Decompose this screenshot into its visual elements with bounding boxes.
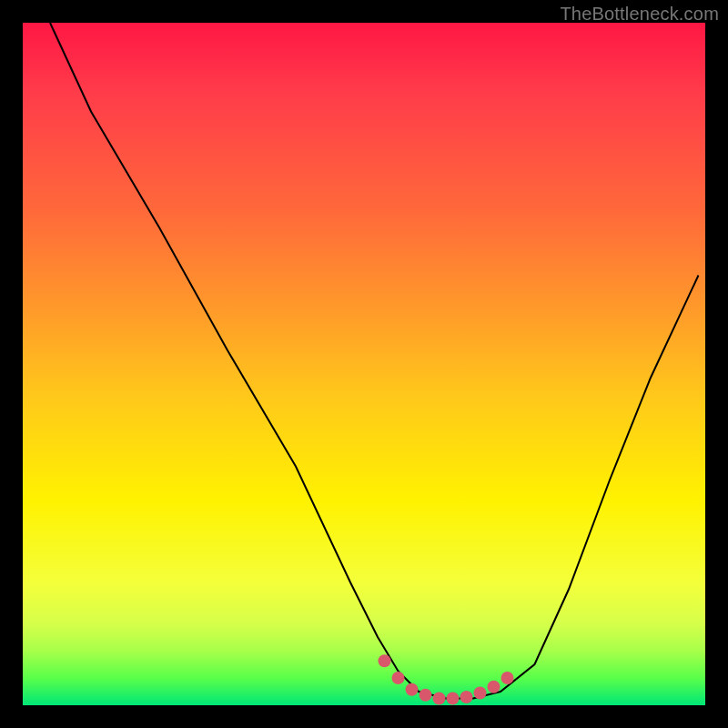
chart-overlay xyxy=(23,23,705,705)
marker-dot xyxy=(379,654,391,667)
marker-dot xyxy=(488,681,500,693)
marker-dot xyxy=(460,691,473,703)
marker-dot xyxy=(447,693,460,705)
marker-dot xyxy=(501,672,514,684)
marker-dot xyxy=(392,672,405,684)
marker-dot xyxy=(474,687,487,700)
marker-dot xyxy=(406,683,419,696)
marker-dot xyxy=(420,689,432,702)
chart-canvas: TheBottleneck.com xyxy=(0,0,728,728)
bottleneck-curve xyxy=(50,23,699,699)
watermark-text: TheBottleneck.com xyxy=(560,4,719,25)
optimal-zone-dots xyxy=(379,654,514,704)
marker-dot xyxy=(433,693,446,705)
